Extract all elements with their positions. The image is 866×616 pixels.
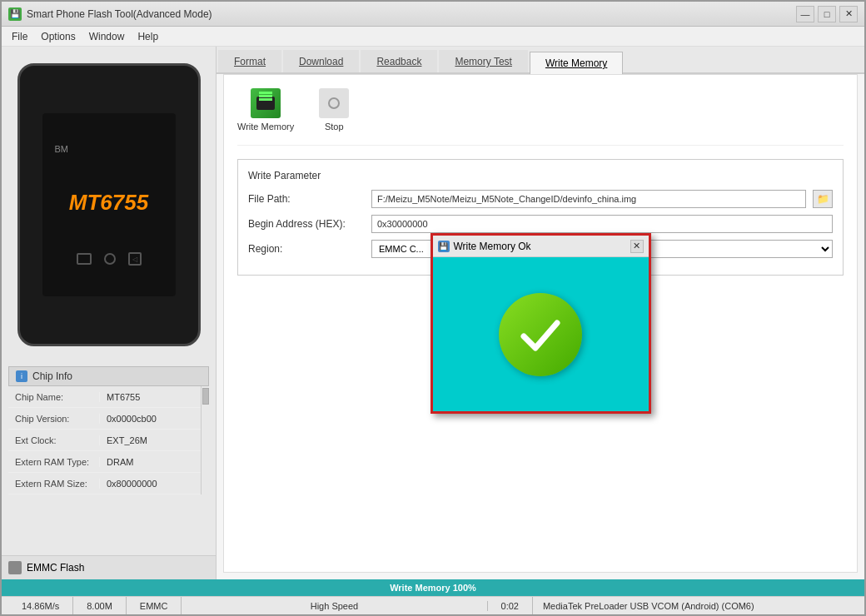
phone-buttons: ◁ — [77, 252, 142, 266]
menu-options[interactable]: Options — [34, 28, 82, 45]
status-device: MediaTek PreLoader USB VCOM (Android) (C… — [533, 601, 858, 611]
phone-button-back: ◁ — [128, 252, 142, 266]
success-checkmark — [499, 293, 582, 376]
app-icon: 💾 — [8, 7, 22, 21]
status-size: 8.00M — [73, 597, 127, 614]
left-panel: BM MT6755 ◁ i Chip Info — [2, 47, 216, 579]
chip-name-value: MT6755 — [100, 392, 147, 402]
chip-ram-type-label: Extern RAM Type: — [8, 457, 100, 467]
tab-readback[interactable]: Readback — [361, 50, 437, 72]
main-window: 💾 Smart Phone Flash Tool(Advanced Mode) … — [0, 0, 866, 616]
phone-brand: BM — [55, 144, 69, 154]
chip-version-label: Chip Version: — [8, 414, 100, 424]
dialog-title-left: 💾 Write Memory Ok — [438, 241, 531, 252]
write-memory-ok-dialog: 💾 Write Memory Ok ✕ — [431, 233, 651, 414]
chip-row-ram-type: Extern RAM Type: DRAM — [8, 451, 201, 473]
chip-row-name: Chip Name: MT6755 — [8, 386, 201, 408]
status-time: 0:02 — [488, 597, 533, 614]
phone-button-square — [77, 253, 92, 265]
menu-help[interactable]: Help — [131, 28, 165, 45]
chip-info-title: Chip Info — [32, 370, 72, 382]
tab-write-memory[interactable]: Write Memory — [530, 52, 623, 74]
dialog-close-button[interactable]: ✕ — [630, 240, 644, 253]
dialog-overlay: 💾 Write Memory Ok ✕ — [224, 75, 857, 572]
title-bar-left: 💾 Smart Phone Flash Tool(Advanced Mode) — [8, 7, 212, 21]
chip-info-section: i Chip Info Chip Name: MT6755 Chip Versi… — [8, 366, 209, 552]
chip-rows-container: Chip Name: MT6755 Chip Version: 0x0000cb… — [8, 386, 201, 494]
status-type: EMMC — [127, 597, 182, 614]
chip-info-inner: Chip Name: MT6755 Chip Version: 0x0000cb… — [8, 386, 209, 494]
chip-ram-size-value: 0x80000000 — [100, 479, 164, 489]
emmc-label: EMMC Flash — [27, 562, 84, 574]
chip-row-ram-size: Extern RAM Size: 0x80000000 — [8, 473, 201, 494]
title-controls: — □ ✕ — [796, 6, 858, 22]
menu-window[interactable]: Window — [82, 28, 132, 45]
close-button[interactable]: ✕ — [839, 6, 858, 22]
status-bar: Write Memory 100% 14.86M/s 8.00M EMMC Hi… — [2, 579, 864, 614]
chip-scrollbar-thumb — [202, 388, 209, 405]
emmc-icon — [8, 561, 22, 574]
chip-scrollbar[interactable] — [201, 386, 209, 494]
title-bar: 💾 Smart Phone Flash Tool(Advanced Mode) … — [2, 2, 864, 27]
phone-screen: BM MT6755 ◁ — [42, 113, 176, 296]
dialog-icon: 💾 — [438, 241, 450, 252]
status-bar-bottom: 14.86M/s 8.00M EMMC High Speed 0:02 Medi… — [2, 596, 864, 614]
tabs-bar: Format Download Readback Memory Test Wri… — [216, 47, 864, 74]
phone-model: MT6755 — [69, 190, 148, 216]
tab-content: Write Memory Stop Write Parameter File P… — [223, 74, 858, 573]
dialog-body — [433, 257, 649, 411]
chip-clock-value: EXT_26M — [100, 435, 154, 445]
window-title: Smart Phone Flash Tool(Advanced Mode) — [27, 8, 212, 20]
chip-row-version: Chip Version: 0x0000cb00 — [8, 408, 201, 430]
right-panel: Format Download Readback Memory Test Wri… — [216, 47, 864, 579]
menu-bar: File Options Window Help — [2, 27, 864, 47]
tab-download[interactable]: Download — [283, 50, 359, 72]
dialog-title-bar: 💾 Write Memory Ok ✕ — [433, 236, 649, 257]
minimize-button[interactable]: — — [796, 6, 814, 22]
main-content: BM MT6755 ◁ i Chip Info — [2, 47, 864, 579]
chip-row-clock: Ext Clock: EXT_26M — [8, 430, 201, 451]
status-bar-progress: Write Memory 100% — [2, 579, 864, 596]
checkmark-svg — [515, 310, 565, 360]
status-speed: 14.86M/s — [8, 597, 73, 614]
chip-ram-size-label: Extern RAM Size: — [8, 479, 100, 489]
chip-name-label: Chip Name: — [8, 392, 100, 402]
phone-button-circle — [104, 253, 116, 265]
menu-file[interactable]: File — [5, 28, 34, 45]
maximize-button[interactable]: □ — [818, 6, 836, 22]
chip-info-header: i Chip Info — [8, 366, 209, 386]
chip-ram-type-value: DRAM — [100, 457, 140, 467]
tab-format[interactable]: Format — [218, 50, 281, 72]
dialog-title: Write Memory Ok — [454, 241, 531, 252]
emmc-footer: EMMC Flash — [2, 555, 216, 579]
chip-info-icon: i — [16, 370, 27, 382]
tab-memory-test[interactable]: Memory Test — [439, 50, 527, 72]
status-speed-type: High Speed — [182, 601, 487, 611]
chip-version-value: 0x0000cb00 — [100, 414, 163, 424]
phone-display: BM MT6755 ◁ — [17, 63, 201, 346]
chip-clock-label: Ext Clock: — [8, 435, 100, 445]
